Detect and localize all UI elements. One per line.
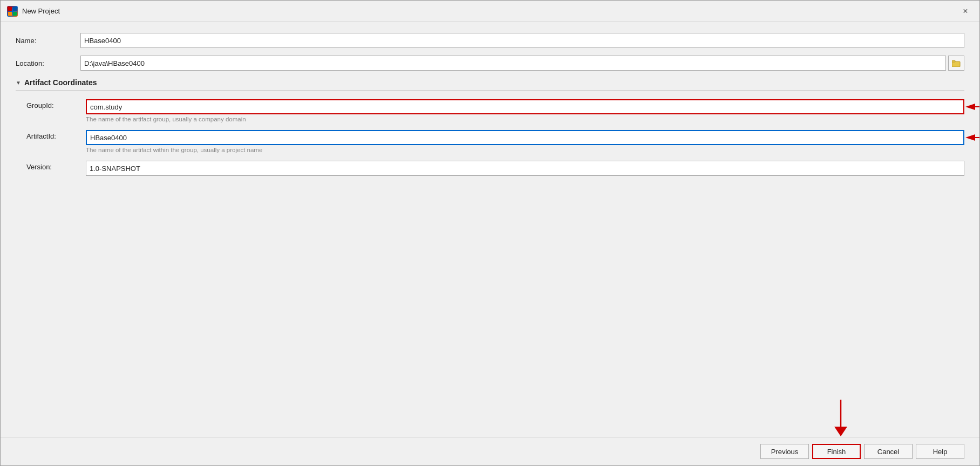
svg-rect-2 xyxy=(8,12,12,16)
dialog-content: Name: Location: ▼ Artifact Coordinates G… xyxy=(1,22,979,437)
groupid-hint: The name of the artifact group, usually … xyxy=(86,116,964,122)
finish-arrow xyxy=(830,400,852,439)
version-input[interactable] xyxy=(86,161,964,176)
artifactid-input-wrap: The name of the artifact within the grou… xyxy=(86,130,964,153)
location-input[interactable] xyxy=(80,56,946,71)
svg-rect-0 xyxy=(8,7,12,11)
location-row: Location: xyxy=(16,56,964,71)
groupid-input[interactable] xyxy=(86,99,964,114)
svg-rect-5 xyxy=(952,60,955,62)
artifactid-label: ArtifactId: xyxy=(26,130,86,140)
name-input[interactable] xyxy=(80,33,964,48)
finish-button[interactable]: Finish xyxy=(812,444,861,459)
name-label: Name: xyxy=(16,37,80,45)
artifactid-hint: The name of the artifact within the grou… xyxy=(86,147,964,153)
artifactid-input[interactable] xyxy=(86,130,964,145)
svg-marker-11 xyxy=(834,427,847,436)
collapse-arrow-icon[interactable]: ▼ xyxy=(16,80,21,86)
close-button[interactable]: × xyxy=(958,4,973,19)
version-input-wrap xyxy=(86,161,964,176)
app-icon xyxy=(7,6,18,17)
new-project-dialog: New Project × Name: Location: ▼ Artifact… xyxy=(0,0,980,466)
version-label: Version: xyxy=(26,161,86,171)
artifact-section: GroupId: The name of the artifact group,… xyxy=(16,99,964,176)
title-bar: New Project × xyxy=(1,1,979,22)
artifact-section-header: ▼ Artifact Coordinates xyxy=(16,78,964,91)
cancel-button[interactable]: Cancel xyxy=(864,444,913,459)
help-button[interactable]: Help xyxy=(916,444,964,459)
groupid-input-wrap: The name of the artifact group, usually … xyxy=(86,99,964,122)
version-row: Version: xyxy=(26,161,964,176)
previous-button[interactable]: Previous xyxy=(760,444,809,459)
groupid-arrow xyxy=(964,100,979,113)
svg-rect-1 xyxy=(13,7,17,11)
groupid-row: GroupId: The name of the artifact group,… xyxy=(26,99,964,122)
svg-rect-3 xyxy=(13,12,17,16)
artifact-section-title: Artifact Coordinates xyxy=(24,78,97,87)
artifactid-row: ArtifactId: The name of the artifact wit… xyxy=(26,130,964,153)
title-bar-left: New Project xyxy=(7,6,60,17)
artifactid-arrow xyxy=(964,131,979,144)
browse-button[interactable] xyxy=(948,56,964,71)
svg-marker-7 xyxy=(965,104,975,110)
svg-marker-9 xyxy=(965,134,975,141)
location-label: Location: xyxy=(16,59,80,67)
groupid-label: GroupId: xyxy=(26,99,86,109)
dialog-title: New Project xyxy=(22,7,60,15)
bottom-bar: Previous Finish Cancel Help xyxy=(1,437,979,465)
name-row: Name: xyxy=(16,33,964,48)
